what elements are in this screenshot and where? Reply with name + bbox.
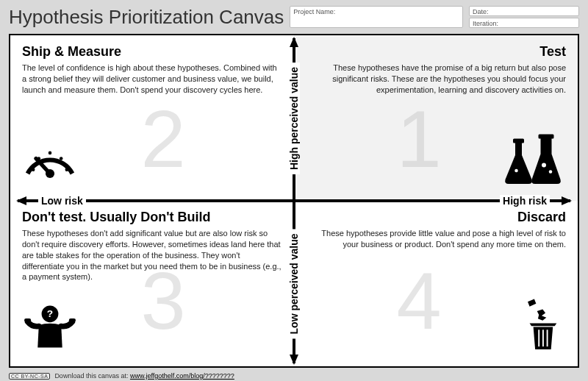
gauge-icon	[22, 132, 78, 188]
quadrant-title: Test	[306, 44, 566, 60]
svg-rect-15	[69, 318, 76, 322]
svg-rect-14	[24, 318, 31, 322]
svg-point-4	[49, 152, 52, 155]
canvas: 2 Ship & Measure The level of confidence…	[9, 34, 579, 368]
trash-icon	[517, 297, 566, 353]
svg-point-10	[549, 170, 553, 174]
svg-point-9	[542, 163, 546, 168]
svg-rect-8	[539, 135, 554, 139]
quadrant-number: 4	[397, 260, 442, 341]
quadrant-body: These hypotheses provide little value an…	[306, 228, 566, 250]
quadrant-body: The level of confidence is high about th…	[22, 63, 282, 96]
quadrant-title: Ship & Measure	[22, 44, 282, 60]
project-name-field[interactable]: Project Name:	[290, 6, 463, 28]
quadrant-title: Don't test. Usually Don't Build	[22, 210, 282, 225]
quadrant-body: These hypotheses have the promise of a b…	[306, 63, 566, 96]
svg-point-3	[37, 157, 41, 160]
header: Hypothesis Prioritization Canvas Project…	[0, 0, 588, 32]
x-axis-label-low: Low risk	[38, 195, 86, 207]
svg-point-5	[60, 157, 63, 160]
shrug-person-icon: ?	[22, 297, 78, 353]
footer-link[interactable]: www.jeffgothelf.com/blog/????????	[130, 372, 234, 380]
footer: CC BY-NC-SA Download this canvas at: www…	[9, 372, 579, 380]
quadrant-number: 1	[397, 99, 442, 179]
quadrant-title: Discard	[306, 210, 566, 225]
svg-rect-7	[513, 139, 524, 143]
cc-license-badge: CC BY-NC-SA	[9, 373, 50, 380]
quadrant-ship-measure: 2 Ship & Measure The level of confidence…	[10, 35, 294, 201]
y-axis-label-high: High perceived value	[288, 62, 300, 174]
y-axis-label-low: Low perceived value	[288, 229, 300, 338]
svg-text:?: ?	[47, 308, 53, 319]
meta-fields: Project Name: Date: Iteration:	[290, 6, 579, 28]
quadrant-test: 1 Test These hypotheses have the promise…	[294, 35, 578, 201]
iteration-field[interactable]: Iteration:	[469, 18, 579, 28]
footer-text: Download this canvas at:	[54, 372, 130, 380]
flasks-icon	[500, 132, 566, 188]
quadrant-number: 2	[141, 99, 186, 179]
svg-point-2	[32, 168, 35, 171]
date-field[interactable]: Date:	[469, 6, 579, 16]
page-title: Hypothesis Prioritization Canvas	[9, 6, 284, 29]
quadrant-dont-test: 3 Don't test. Usually Don't Build These …	[10, 201, 294, 366]
svg-point-11	[514, 169, 518, 173]
svg-point-6	[65, 168, 69, 171]
quadrant-body: These hypotheses don't add significant v…	[22, 228, 282, 282]
quadrant-discard: 4 Discard These hypotheses provide littl…	[294, 201, 578, 366]
x-axis-label-high: High risk	[500, 195, 550, 207]
